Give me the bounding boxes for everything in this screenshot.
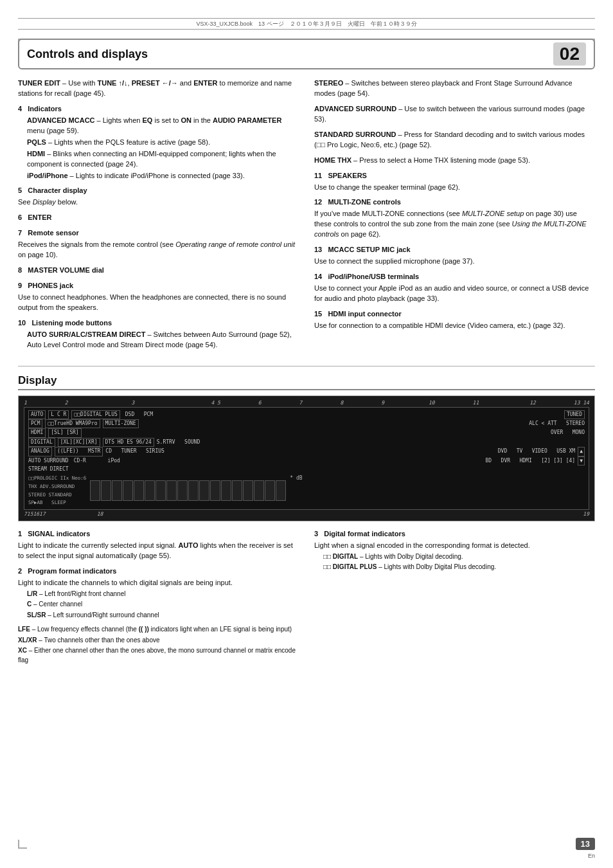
diag-num-bot-19: 19 xyxy=(583,511,589,517)
diag-num-7: 7 xyxy=(299,400,303,406)
mcacc-mic-entry: 13 MCACC SETUP MIC jack Use to connect t… xyxy=(314,245,595,267)
listening-entry: 10 Listening mode buttons AUTO SURR/ALC/… xyxy=(18,318,299,350)
diag-num-12: 12 xyxy=(529,400,536,406)
title-bar: Controls and displays 02 xyxy=(18,39,595,69)
std-surround-text: STANDARD SURROUND – Press for Standard d… xyxy=(314,130,595,150)
lower-right-col: 3 Digital format indicators Light when a… xyxy=(314,529,595,670)
adv-surround-text: ADVANCED SURROUND – Use to switch betwee… xyxy=(314,104,595,125)
ipod-iphone-text: iPod/iPhone – Lights to indicate iPod/iP… xyxy=(27,171,299,181)
diag-segments: □□PROLOGIC IIx Neo:6 THX ADV.SURROUND ST… xyxy=(28,475,585,507)
char-display-heading: 5 Character display xyxy=(18,186,299,196)
multizone-text: If you've made MULTI-ZONE connections (s… xyxy=(314,209,595,240)
diag-num-2: 2 xyxy=(65,400,68,406)
lr-text: L/R – Left front/Right front channel xyxy=(27,590,299,599)
diag-num-bot-18: 18 xyxy=(97,511,103,517)
diag-row-1: AUTO L C R □□DIGITAL PLUS DSD PCM TUNED xyxy=(28,410,585,419)
multizone-heading: 12 MULTI-ZONE controls xyxy=(314,197,595,208)
ipod-usb-text: Use to connect your Apple iPod as an aud… xyxy=(314,284,595,304)
lfe-entry: LFE – Low frequency effects channel (the… xyxy=(18,625,299,665)
display-section: Display 1 2 3 4 5 6 7 8 9 10 11 12 13 14 xyxy=(18,374,595,670)
ddplus-text: □□ DIGITAL PLUS – Lights with Dolby Digi… xyxy=(323,563,595,572)
phones-entry: 9 PHONES jack Use to connect headphones.… xyxy=(18,281,299,313)
home-thx-text: HOME THX – Press to select a Home THX li… xyxy=(314,156,595,166)
content-columns: TUNER EDIT – Use with TUNE ↑/↓, PRESET ←… xyxy=(18,78,595,356)
diag-num-1314: 13 14 xyxy=(574,400,589,406)
signal-ind-heading: 1 SIGNAL indicators xyxy=(18,529,299,539)
lower-left-col: 1 SIGNAL indicators Light to indicate th… xyxy=(18,529,299,670)
master-vol-entry: 8 MASTER VOLUME dial xyxy=(18,266,299,276)
hdmi-input-entry: 15 HDMI input connector Use for connecti… xyxy=(314,309,595,331)
tuner-edit-text: TUNER EDIT – Use with TUNE ↑/↓, PRESET ←… xyxy=(18,78,299,99)
lower-columns: 1 SIGNAL indicators Light to indicate th… xyxy=(18,529,595,670)
char-display-text: See Display below. xyxy=(18,197,299,208)
dd-text: □□ DIGITAL – Lights with Dolby Digital d… xyxy=(323,552,595,562)
diag-num-9: 9 xyxy=(381,400,384,406)
enter-entry: 6 ENTER xyxy=(18,213,299,223)
signal-ind-text: Light to indicate the currently selected… xyxy=(18,541,299,561)
section-divider xyxy=(18,366,595,366)
auto-surr-text: AUTO SURR/ALC/STREAM DIRECT – Switches b… xyxy=(27,330,299,350)
diag-num-6: 6 xyxy=(258,400,262,406)
prog-format-heading: 2 Program format indicators xyxy=(18,566,299,577)
pqls-text: PQLS – Lights when the PQLS feature is a… xyxy=(27,138,299,148)
diag-row-2: PCM □□TrueHD WMA9Pro MULTI-ZONE ALC < AT… xyxy=(28,419,585,428)
display-title: Display xyxy=(18,374,595,390)
indicators-entry: 4 Indicators ADVANCED MCACC – Lights whe… xyxy=(18,104,299,181)
diag-row-7: STREAM DIRECT xyxy=(28,466,585,473)
stereo-entry: STEREO – Switches between stereo playbac… xyxy=(314,78,595,99)
page-number: 13 xyxy=(576,838,595,850)
diag-num-bot-16: 16 xyxy=(33,511,39,517)
language-badge: En xyxy=(588,853,595,859)
diag-row-5: ANALOG ((LFE)) MSTR CD TUNER SIRIUS DVD … xyxy=(28,447,585,456)
multizone-entry: 12 MULTI-ZONE controls If you've made MU… xyxy=(314,197,595,240)
prog-format-entry: 2 Program format indicators Light to ind… xyxy=(18,566,299,620)
xlxr-text: XL/XR – Two channels other than the ones… xyxy=(18,636,299,646)
phones-heading: 9 PHONES jack xyxy=(18,281,299,291)
diag-num-45: 4 5 xyxy=(211,400,220,406)
lfe-text: LFE – Low frequency effects channel (the… xyxy=(18,625,299,635)
xc-text: XC – Either one channel other than the o… xyxy=(18,646,299,665)
prog-format-text: Light to indicate the channels to which … xyxy=(18,578,299,588)
home-thx-entry: HOME THX – Press to select a Home THX li… xyxy=(314,156,595,166)
page-title: Controls and displays xyxy=(27,48,148,61)
header-bar: VSX-33_UXJCB.book 13 ページ ２０１０年３月９日 火曜日 午… xyxy=(18,18,595,30)
std-surround-entry: STANDARD SURROUND – Press for Standard d… xyxy=(314,130,595,150)
remote-sensor-text: Receives the signals from the remote con… xyxy=(18,240,299,260)
digital-format-entry: 3 Digital format indicators Light when a… xyxy=(314,529,595,572)
master-vol-heading: 8 MASTER VOLUME dial xyxy=(18,266,299,276)
diag-num-11: 11 xyxy=(473,400,479,406)
tuner-edit-entry: TUNER EDIT – Use with TUNE ↑/↓, PRESET ←… xyxy=(18,78,299,99)
hdmi-input-heading: 15 HDMI input connector xyxy=(314,309,595,320)
ipod-usb-entry: 14 iPod/iPhone/USB terminals Use to conn… xyxy=(314,272,595,304)
header-text: VSX-33_UXJCB.book 13 ページ ２０１０年３月９日 火曜日 午… xyxy=(196,20,416,28)
main-content: Controls and displays 02 TUNER EDIT – Us… xyxy=(18,39,595,849)
diag-num-3: 3 xyxy=(132,400,135,406)
speakers-text: Use to change the speaker terminal (page… xyxy=(314,183,595,193)
hdmi-input-text: Use for connection to a compatible HDMI … xyxy=(314,321,595,331)
stereo-text: STEREO – Switches between stereo playbac… xyxy=(314,78,595,99)
digital-format-heading: 3 Digital format indicators xyxy=(314,529,595,539)
chapter-number: 02 xyxy=(553,42,586,66)
c-text: C – Center channel xyxy=(27,600,299,610)
display-diagram: 1 2 3 4 5 6 7 8 9 10 11 12 13 14 AUTO L … xyxy=(18,395,595,521)
diag-row-4: DIGITAL [XL][XC][XR] DTS HD ES 96/24 S.R… xyxy=(28,438,585,447)
left-column: TUNER EDIT – Use with TUNE ↑/↓, PRESET ←… xyxy=(18,78,299,356)
mcacc-mic-heading: 13 MCACC SETUP MIC jack xyxy=(314,245,595,255)
adv-surround-entry: ADVANCED SURROUND – Use to switch betwee… xyxy=(314,104,595,125)
diag-num-1: 1 xyxy=(24,400,27,406)
digital-format-text: Light when a signal encoded in the corre… xyxy=(314,541,595,551)
remote-sensor-entry: 7 Remote sensor Receives the signals fro… xyxy=(18,228,299,260)
phones-text: Use to connect headphones. When the head… xyxy=(18,293,299,313)
signal-ind-entry: 1 SIGNAL indicators Light to indicate th… xyxy=(18,529,299,561)
diag-num-10: 10 xyxy=(429,400,435,406)
speakers-entry: 11 SPEAKERS Use to change the speaker te… xyxy=(314,171,595,193)
remote-sensor-heading: 7 Remote sensor xyxy=(18,228,299,239)
hdmi-ind-text: HDMI – Blinks when connecting an HDMI-eq… xyxy=(27,149,299,170)
ipod-usb-heading: 14 iPod/iPhone/USB terminals xyxy=(314,272,595,282)
slsr-text: SL/SR – Left surround/Right surround cha… xyxy=(27,611,299,620)
diag-num-bot-17: 17 xyxy=(39,511,46,517)
mcacc-mic-text: Use to connect the supplied microphone (… xyxy=(314,257,595,267)
diag-row-3: HDMI [SL] [SR] OVER MONO xyxy=(28,428,585,437)
diag-row-6: AUTO SURROUND CD-R iPod BD DVR HDMI [2] … xyxy=(28,457,585,466)
listening-heading: 10 Listening mode buttons xyxy=(18,318,299,329)
